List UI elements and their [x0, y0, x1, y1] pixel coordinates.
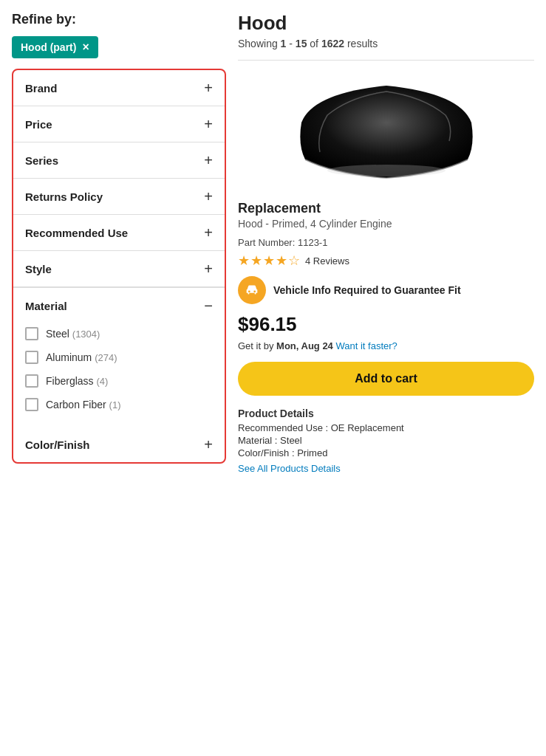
svg-point-0	[327, 165, 446, 176]
material-option-aluminum[interactable]: Aluminum (274)	[25, 346, 213, 369]
filter-price[interactable]: Price +	[13, 106, 225, 142]
product-details-title: Product Details	[238, 408, 534, 419]
checkbox-steel[interactable]	[25, 327, 38, 340]
checkbox-aluminum[interactable]	[25, 351, 38, 364]
filter-style-label: Style	[25, 263, 52, 275]
sidebar: Refine by: Hood (part) × Brand + Price +…	[12, 12, 226, 474]
want-faster-link[interactable]: Want it faster?	[335, 340, 397, 351]
see-all-products-link[interactable]: See All Products Details	[238, 463, 341, 474]
filter-recommended-use-label: Recommended Use	[25, 227, 128, 239]
reviews-count: 4 Reviews	[305, 255, 349, 267]
product-price: $96.15	[238, 313, 534, 336]
detail-color-finish: Color/Finish : Primed	[238, 447, 534, 458]
material-options-list: Steel (1304) Aluminum (274)	[13, 317, 225, 427]
filter-price-icon: +	[204, 117, 213, 131]
delivery-row: Get it by Mon, Aug 24 Want it faster?	[238, 340, 534, 351]
vehicle-info-text: Vehicle Info Required to Guarantee Fit	[273, 284, 461, 296]
material-label-fiberglass: Fiberglass (4)	[46, 375, 108, 387]
hood-illustration	[290, 78, 482, 182]
svg-point-1	[248, 290, 250, 292]
detail-material: Material : Steel	[238, 435, 534, 446]
product-description: Hood - Primed, 4 Cylinder Engine	[238, 218, 534, 230]
checkbox-fiberglass[interactable]	[25, 374, 38, 388]
svg-point-2	[253, 290, 256, 292]
filter-recommended-use[interactable]: Recommended Use +	[13, 215, 225, 251]
material-label-aluminum: Aluminum (274)	[46, 351, 117, 363]
vehicle-icon-circle	[238, 276, 266, 304]
material-option-fiberglass[interactable]: Fiberglass (4)	[25, 369, 213, 393]
checkbox-carbon-fiber[interactable]	[25, 398, 38, 411]
active-filter-label: Hood (part)	[21, 41, 76, 53]
filter-material: Material − Steel (1304)	[13, 287, 225, 427]
filter-price-label: Price	[25, 118, 52, 131]
product-brand: Replacement	[238, 201, 534, 216]
star-rating: ★★★★☆	[238, 252, 301, 269]
stars-row: ★★★★☆ 4 Reviews	[238, 252, 534, 269]
filter-series-label: Series	[25, 154, 58, 167]
main-content: Hood Showing 1 - 15 of 1622 results	[238, 12, 534, 474]
material-label-steel: Steel (1304)	[46, 328, 100, 340]
material-option-steel[interactable]: Steel (1304)	[25, 322, 213, 346]
filter-brand-icon: +	[204, 80, 213, 95]
filter-style[interactable]: Style +	[13, 251, 225, 287]
active-filter-tag[interactable]: Hood (part) ×	[12, 36, 98, 58]
product-part-number: Part Number: 1123-1	[238, 237, 534, 248]
filter-color-finish[interactable]: Color/Finish +	[13, 427, 225, 462]
refine-title: Refine by:	[12, 12, 226, 27]
filter-series-icon: +	[204, 153, 213, 168]
filter-color-finish-label: Color/Finish	[25, 439, 90, 451]
results-count: Showing 1 - 15 of 1622 results	[238, 38, 534, 49]
page-title: Hood	[238, 12, 534, 35]
filter-style-icon: +	[204, 261, 213, 276]
filter-material-icon: −	[204, 298, 213, 313]
divider	[238, 60, 534, 61]
filter-returns-policy-icon: +	[204, 189, 213, 204]
filter-recommended-use-icon: +	[204, 225, 213, 240]
detail-recommended-use: Recommended Use : OE Replacement	[238, 422, 534, 433]
material-option-carbon-fiber[interactable]: Carbon Fiber (1)	[25, 393, 213, 416]
filter-material-label: Material	[25, 300, 67, 312]
filter-material-header[interactable]: Material −	[13, 288, 225, 317]
filter-color-finish-icon: +	[204, 437, 213, 452]
add-to-cart-button[interactable]: Add to cart	[238, 362, 534, 396]
product-image-wrapper	[238, 71, 534, 189]
filter-box: Brand + Price + Series + Returns Policy …	[12, 69, 226, 464]
filter-brand[interactable]: Brand +	[13, 70, 225, 106]
car-icon	[244, 282, 260, 298]
product-image	[290, 75, 482, 185]
material-label-carbon-fiber: Carbon Fiber (1)	[46, 399, 120, 410]
filter-returns-policy-label: Returns Policy	[25, 190, 103, 203]
remove-filter-button[interactable]: ×	[82, 41, 89, 54]
product-details-section: Product Details Recommended Use : OE Rep…	[238, 408, 534, 474]
filter-returns-policy[interactable]: Returns Policy +	[13, 179, 225, 215]
vehicle-info-box: Vehicle Info Required to Guarantee Fit	[238, 276, 534, 304]
filter-series[interactable]: Series +	[13, 142, 225, 179]
filter-brand-label: Brand	[25, 82, 57, 94]
